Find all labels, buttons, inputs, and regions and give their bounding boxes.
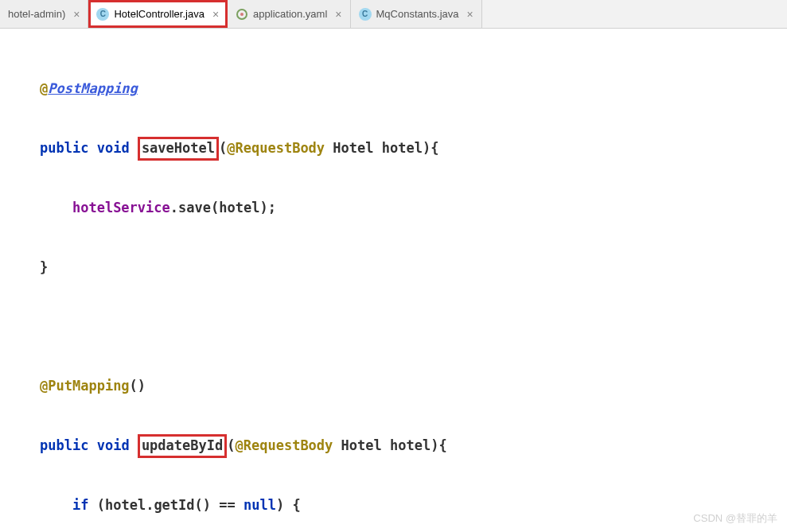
tab-label: MqConstants.java: [376, 8, 459, 20]
code-line: @PutMapping(): [40, 371, 787, 401]
code-line: @PostMapping: [40, 74, 787, 103]
code-line: public void updateById(@RequestBody Hote…: [40, 431, 787, 460]
code-line: public void saveHotel(@RequestBody Hotel…: [40, 134, 787, 163]
code-line: }: [40, 253, 787, 282]
code-editor[interactable]: @PostMapping public void saveHotel(@Requ…: [0, 29, 787, 532]
tab-label: HotelController.java: [114, 8, 204, 20]
tab-label: hotel-admin): [8, 8, 65, 20]
code-line: if (hotel.getId() == null) {: [40, 491, 787, 520]
close-icon[interactable]: ×: [335, 8, 341, 21]
highlight-updatebyid: updateById: [138, 434, 227, 458]
java-class-icon: C: [359, 8, 372, 21]
watermark: CSDN @替罪的羊: [693, 511, 777, 526]
tab-mqconstants[interactable]: C MqConstants.java ×: [351, 0, 482, 28]
svg-point-1: [240, 13, 244, 16]
code-line: hotelService.save(hotel);: [40, 193, 787, 223]
highlight-savehotel: saveHotel: [138, 137, 219, 161]
code-line: [40, 313, 787, 342]
tab-hotelcontroller[interactable]: C HotelController.java ×: [88, 0, 228, 28]
tab-application-yaml[interactable]: application.yaml ×: [228, 0, 350, 28]
close-icon[interactable]: ×: [212, 8, 219, 21]
tab-hotel-admin[interactable]: hotel-admin) ×: [0, 0, 88, 28]
tab-label: application.yaml: [253, 8, 327, 20]
close-icon[interactable]: ×: [467, 8, 473, 21]
yaml-icon: [236, 8, 248, 21]
editor-tabs: hotel-admin) × C HotelController.java × …: [0, 0, 787, 29]
java-class-icon: C: [96, 8, 109, 21]
close-icon[interactable]: ×: [73, 8, 80, 21]
